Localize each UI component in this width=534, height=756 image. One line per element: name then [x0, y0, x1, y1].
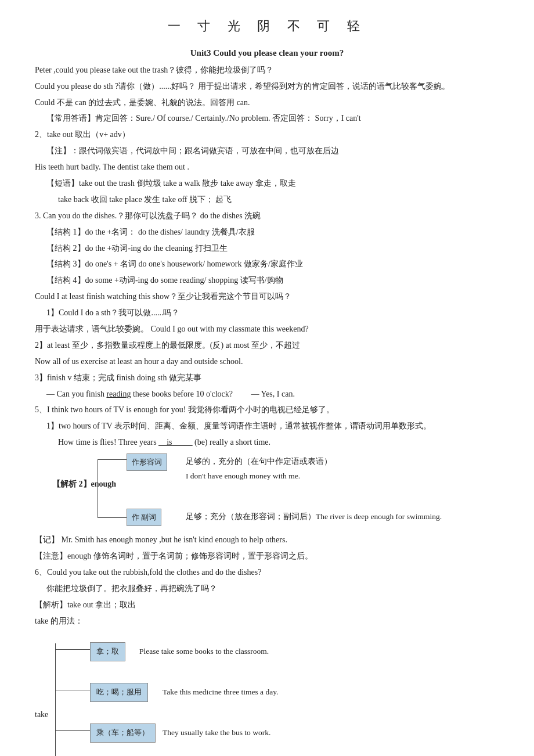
para-p5: 2、take out 取出（v+ adv） [35, 127, 499, 142]
para-p28: 6、Could you take out the rubbish,fold th… [35, 565, 499, 580]
para-p6: 【注】：跟代词做宾语，代词放中间；跟名词做宾语，可放在中间，也可放在后边 [35, 143, 499, 159]
enough-hline2 [98, 517, 127, 518]
take-desc1: Please take some books to the classroom. [139, 645, 269, 659]
para-p7: His teeth hurt badly. The dentist take t… [35, 160, 499, 175]
enough-vline [98, 459, 98, 517]
para-p1: Peter ,could you please take out the tra… [35, 63, 499, 78]
para-p29: 你能把垃圾倒了。把衣服叠好，再把碗洗了吗？ [35, 581, 499, 596]
take-box3: 乘（车；船等） [90, 723, 156, 742]
take-svg-top [35, 632, 56, 667]
take-branch1 [55, 649, 90, 650]
enough-box-adv: 作 副词 [127, 509, 161, 526]
enough-label: 【解析 2】enough [52, 477, 116, 492]
take-desc2: Take this medicine three times a day. [163, 685, 278, 700]
para-p9: take back 收回 take place 发生 take off 脱下； … [35, 192, 499, 207]
para-p10: 3. Can you do the dishes.？那你可以洗盘子吗？ do t… [35, 208, 499, 224]
para-p15: Could I at least finish watching this sh… [35, 289, 499, 304]
para-p18: 2】at least 至少，多指数量或程度上的最低限度。(反) at most … [35, 338, 499, 353]
page-title: 一 寸 光 阴 不 可 轻 [35, 17, 499, 35]
para-p30: 【解析】take out 拿出；取出 [35, 597, 499, 613]
para-p12: 【结构 2】do the +动词-ing do the cleaning 打扫卫… [35, 241, 499, 256]
para-p8: 【短语】take out the trash 倒垃圾 take a walk 散… [35, 176, 499, 191]
para-p21: — Can you finish reading these books bef… [35, 387, 499, 402]
para-p14: 【结构 4】do some +动词-ing do some reading/ s… [35, 273, 499, 288]
enough-diagram: 【解析 2】enough 作形容词 足够的，充分的（在句中作定语或表语） I d… [52, 453, 528, 529]
take-diagram: take 拿；取 Please take some books to the c… [35, 632, 511, 756]
enough-hline1 [98, 459, 127, 460]
para-p20: 3】finish v 结束；完成 finish doing sth 做完某事 [35, 370, 499, 386]
enough-adv-desc: 足够；充分（放在形容词；副词后）The river is deep enough… [186, 510, 442, 524]
para-p19: Now all of us exercise at least an hour … [35, 354, 499, 369]
para-p24: How time is flies! Three years __is_____… [35, 435, 499, 450]
para-p31: take 的用法： [35, 614, 499, 629]
para-p17: 用于表达请求，语气比较委婉。 Could I go out with my cl… [35, 322, 499, 337]
take-box1: 拿；取 [90, 642, 125, 661]
take-branch3 [55, 730, 90, 731]
unit-title: Unit3 Could you please clean your room? [35, 45, 499, 62]
content-area: Unit3 Could you please clean your room? … [35, 45, 499, 756]
para-p23: 1】two hours of TV 表示时间、距离、金额、度量等词语作主语时，通… [35, 419, 499, 434]
para-p27: 【注意】enough 修饰名词时，置于名词前；修饰形容词时，置于形容词之后。 [35, 549, 499, 564]
take-desc3: They usually take the bus to work. [163, 726, 270, 740]
para-p4: 【常用答语】肯定回答：Sure./ Of course./ Certainly.… [35, 111, 499, 126]
para-p2: Could you please do sth ?请你（做）......好吗？ … [35, 79, 499, 94]
take-branch2 [55, 690, 90, 690]
enough-adj-desc: 足够的，充分的（在句中作定语或表语） I don't have enough m… [186, 455, 332, 484]
para-p3: Could 不是 can 的过去式，是委婉、礼貌的说法。回答用 can. [35, 95, 499, 110]
para-p16: 1】Could I do a sth？我可以做......吗？ [35, 305, 499, 321]
take-box2: 吃；喝；服用 [90, 683, 148, 701]
take-label: take [35, 707, 48, 722]
para-p26: 【记】 Mr. Smith has enough money ,but he i… [35, 532, 499, 548]
para-p13: 【结构 3】do one's + 名词 do one's housework/ … [35, 257, 499, 272]
para-p11: 【结构 1】do the +名词： do the dishes/ laundry… [35, 225, 499, 240]
para-p22: 5、I think two hours of TV is enough for … [35, 402, 499, 417]
enough-box-adj: 作形容词 [127, 453, 167, 471]
